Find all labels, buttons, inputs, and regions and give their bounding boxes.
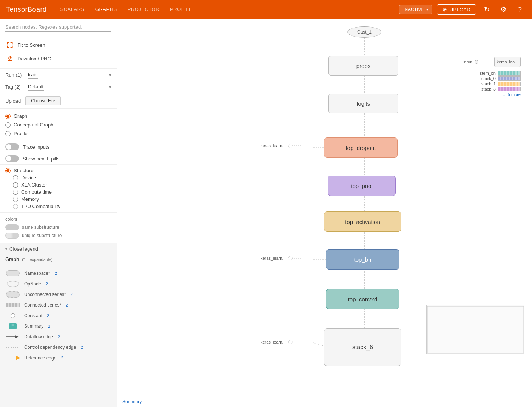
choose-file-button[interactable]: Choose File (25, 96, 61, 105)
color-memory-input[interactable] (13, 197, 18, 202)
legend-section: ▾ Close legend. Graph (* = expandable) N… (0, 243, 117, 407)
color-device-label: Device (21, 175, 36, 180)
summary-link[interactable]: Summary _ (122, 399, 145, 404)
node-logits[interactable]: logits (328, 94, 398, 113)
side-node-keras3-dots (287, 340, 302, 344)
legend-summary-link[interactable]: 2 (48, 324, 50, 328)
tag-select[interactable]: Default (28, 83, 44, 91)
upload-row-label: Upload (5, 98, 21, 104)
legend-connected-label: Connected series* (24, 302, 61, 308)
radio-profile[interactable]: Profile (5, 129, 111, 138)
nav-profile[interactable]: PROFILE (165, 5, 197, 14)
color-tpu-input[interactable] (13, 204, 18, 209)
legend-reference-label: Reference edge (24, 355, 56, 361)
legend-opnode: OpNode 2 (5, 279, 111, 289)
trace-inputs-toggle[interactable] (5, 143, 19, 150)
node-top-activation[interactable]: top_activation (324, 211, 401, 232)
color-structure-input[interactable] (5, 168, 11, 173)
stack3-row: stack_3 (481, 87, 521, 91)
legend-control-link[interactable]: 2 (80, 345, 83, 350)
color-memory-label: Memory (21, 196, 39, 202)
connected-rect (6, 303, 20, 307)
color-device-row[interactable]: Device (5, 175, 111, 180)
color-compute-input[interactable] (13, 190, 18, 195)
node-top-conv2d[interactable]: top_conv2d (326, 289, 399, 309)
nav-scalars[interactable]: SCALARS (56, 5, 89, 14)
settings-button[interactable]: ⚙ (497, 3, 509, 15)
node-cast1[interactable]: Cast_1 (347, 26, 381, 38)
tag-row: Tag (2) Default (0, 81, 117, 93)
bottom-bar: Summary _ (117, 396, 532, 407)
nav-graphs[interactable]: GRAPHS (91, 5, 122, 14)
show-health-pills-label: Show health pills (23, 156, 60, 162)
fit-to-screen-button[interactable]: Fit to Screen (5, 38, 111, 52)
side-node-keras2[interactable]: keras_learn... (261, 256, 302, 261)
color-compute-label: Compute time (21, 189, 52, 195)
legend-connected: Connected series* 2 (5, 300, 111, 310)
legend-namespace-link[interactable]: 2 (55, 271, 57, 276)
trace-inputs-slider (5, 143, 19, 150)
color-memory-row[interactable]: Memory (5, 196, 111, 202)
legend-unconnected-link[interactable]: 2 (71, 292, 73, 297)
radio-graph[interactable]: Graph (5, 112, 111, 120)
unique-substructure-label: unique substructure (22, 233, 62, 238)
radio-graph-input[interactable] (5, 114, 11, 119)
download-png-label: Download PNG (17, 56, 51, 62)
node-top-bn[interactable]: top_bn (326, 249, 399, 270)
nav-links: SCALARS GRAPHS PROJECTOR PROFILE (56, 5, 390, 14)
legend-unconnected-label: Unconnected series* (24, 292, 66, 297)
download-png-button[interactable]: Download PNG (5, 52, 111, 65)
node-stack6[interactable]: stack_6 (324, 328, 401, 366)
run-select[interactable]: train (28, 71, 38, 79)
node-top-conv2d-label: top_conv2d (348, 296, 378, 302)
radio-profile-input[interactable] (5, 131, 11, 136)
more-row: ... 5 more (503, 92, 521, 97)
radio-conceptual-input[interactable] (5, 122, 11, 128)
legend-dataflow-link[interactable]: 2 (58, 335, 60, 339)
graph-canvas-area[interactable]: Cast_1 probs logits keras_learn... top_d… (117, 19, 532, 407)
search-input[interactable] (5, 23, 111, 32)
side-node-keras3[interactable]: keras_learn... (261, 340, 302, 344)
side-node-keras1[interactable]: keras_learn... (261, 143, 302, 148)
node-top-pool[interactable]: top_pool (328, 176, 396, 196)
radio-conceptual[interactable]: Conceptual Graph (5, 120, 111, 129)
input-node-circle[interactable] (475, 60, 478, 64)
keras-lea-node[interactable]: keras_lea... (494, 57, 521, 67)
legend-summary-label: Summary (24, 324, 43, 329)
upload-button[interactable]: ⊕ UPLOAD (437, 4, 476, 15)
node-cast1-label: Cast_1 (357, 29, 372, 35)
refresh-button[interactable]: ↻ (481, 3, 493, 15)
color-device-input[interactable] (13, 175, 18, 180)
main-layout: Fit to Screen Download PNG Run (1) train… (0, 19, 532, 407)
nav-projector[interactable]: PROJECTOR (123, 5, 164, 14)
substructure-section: colors same substructure unique substruc… (0, 212, 117, 243)
legend-reference-link[interactable]: 2 (61, 356, 63, 360)
show-health-pills-toggle[interactable] (5, 155, 19, 162)
minimap[interactable] (426, 305, 524, 354)
connected-shape (5, 301, 20, 309)
download-png-icon (5, 54, 14, 63)
reference-edge-shape (5, 354, 20, 362)
legend-constant-link[interactable]: 2 (47, 313, 49, 318)
legend-title: Graph (5, 256, 19, 262)
node-probs[interactable]: probs (328, 56, 398, 76)
stack1-row: stack_1 (481, 82, 521, 86)
stack3-label: stack_3 (481, 87, 496, 91)
color-xla-input[interactable] (13, 182, 18, 188)
color-structure-row[interactable]: Structure (5, 168, 111, 173)
legend-connected-link[interactable]: 2 (66, 303, 68, 307)
help-button[interactable]: ? (514, 3, 526, 15)
node-top-dropout[interactable]: top_dropout (324, 137, 398, 158)
legend-constant-label: Constant (24, 313, 42, 318)
top-right-input-row: input keras_lea... (463, 57, 521, 67)
legend-toggle-button[interactable]: ▾ Close legend. (0, 243, 117, 255)
status-badge[interactable]: INACTIVE ▾ (399, 5, 432, 14)
color-compute-row[interactable]: Compute time (5, 189, 111, 195)
legend-namespace-label: Namespace* (24, 271, 50, 276)
more-label[interactable]: ... 5 more (503, 92, 521, 97)
node-top-pool-label: top_pool (351, 183, 373, 189)
color-xla-row[interactable]: XLA Cluster (5, 182, 111, 188)
color-tpu-row[interactable]: TPU Compatibility (5, 204, 111, 209)
run-label: Run (1) (5, 72, 28, 78)
legend-opnode-link[interactable]: 2 (46, 282, 48, 286)
